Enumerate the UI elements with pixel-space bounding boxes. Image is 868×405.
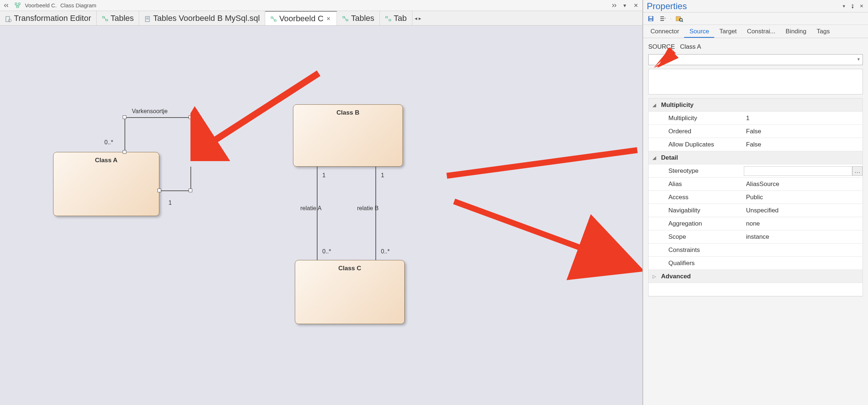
class-a[interactable]: Class A	[53, 152, 159, 216]
close-icon[interactable]: ✕	[632, 2, 639, 9]
ptab-constraints[interactable]: Constrai...	[742, 25, 780, 38]
ptab-source[interactable]: Source	[684, 25, 714, 38]
dropdown-icon[interactable]: ▾	[857, 56, 860, 62]
ptab-connector[interactable]: Connector	[645, 25, 684, 38]
selection-handle[interactable]	[157, 189, 161, 192]
assoc-bc-b-bot-mult[interactable]: 0..*	[381, 248, 390, 255]
diagram-icon[interactable]	[14, 2, 21, 9]
assoc-bc-b-name[interactable]: relatie B	[357, 205, 379, 212]
svg-rect-13	[346, 19, 348, 21]
browse-element-icon[interactable]	[675, 15, 683, 23]
selection-handle[interactable]	[123, 115, 126, 119]
doc-title: Voorbeeld C.	[25, 2, 57, 8]
prop-allow-duplicates[interactable]: Allow Duplicates False	[649, 138, 863, 151]
prop-aggregation[interactable]: Aggregation none	[649, 217, 863, 230]
properties-tabs: Connector Source Target Constrai... Bind…	[643, 25, 868, 38]
prop-access[interactable]: Access Public	[649, 191, 863, 204]
annotation-arrow	[190, 66, 326, 161]
editor-pane: Voorbeeld C. Class Diagram ▾ ✕ Transform…	[0, 0, 643, 405]
collapse-icon[interactable]: ◢	[649, 103, 660, 108]
assoc-bc-b-top-mult[interactable]: 1	[381, 172, 384, 179]
selection-handle[interactable]	[123, 150, 126, 154]
erd-icon	[270, 15, 277, 22]
assoc-self-line[interactable]	[125, 117, 191, 118]
erd-icon	[342, 15, 349, 22]
group-detail[interactable]: ◢ Detail	[649, 151, 863, 164]
annotation-arrow-head	[654, 48, 679, 70]
assoc-bc-a-name[interactable]: relatie A	[300, 205, 322, 212]
group-advanced[interactable]: ▷ Advanced	[649, 270, 863, 283]
window-menu-icon[interactable]: ▾	[621, 2, 628, 9]
tab-scroll-left-icon[interactable]: ◂	[415, 15, 417, 21]
svg-rect-2	[16, 6, 19, 8]
ptab-tags[interactable]: Tags	[812, 25, 835, 38]
tab-tables-1[interactable]: Tables	[97, 11, 140, 25]
tab-scroll-right-icon[interactable]: ▸	[419, 15, 421, 21]
svg-point-4	[8, 19, 11, 22]
diagram-canvas[interactable]: Class A Class B Class C Varkensoortje 0.…	[0, 26, 642, 405]
assoc-self-name[interactable]: Varkensoortje	[132, 108, 168, 115]
collapse-icon[interactable]: ◢	[649, 155, 660, 160]
tab-nav: ◂ ▸	[412, 11, 423, 25]
assoc-bc-a-bot-mult[interactable]: 0..*	[322, 248, 331, 255]
collapse-right-icon[interactable]	[610, 2, 617, 9]
doc-type: Class Diagram	[60, 2, 96, 8]
tab-overflow[interactable]: Tab	[380, 11, 412, 25]
svg-line-17	[447, 150, 637, 176]
save-icon[interactable]	[647, 15, 655, 23]
assoc-self-line[interactable]	[190, 167, 191, 191]
svg-rect-6	[106, 19, 108, 21]
class-a-name: Class A	[95, 157, 118, 164]
svg-rect-10	[271, 17, 273, 18]
prop-constraints[interactable]: Constraints	[649, 244, 863, 257]
selection-handle[interactable]	[189, 189, 192, 192]
tabs-strip: Transformation Editor Tables Tables Voor…	[0, 11, 642, 26]
tab-label: Voorbeeld C	[279, 14, 323, 23]
svg-rect-12	[343, 16, 345, 18]
dropdown-icon[interactable]: ▾	[841, 3, 847, 9]
prop-stereotype[interactable]: Stereotype …	[649, 164, 863, 178]
expand-icon[interactable]: ▷	[649, 274, 660, 279]
tab-label: Tables Voorbeeld B MySql.sql	[153, 14, 260, 23]
svg-rect-5	[103, 16, 104, 18]
tab-transformation-editor[interactable]: Transformation Editor	[0, 11, 97, 25]
prop-ordered[interactable]: Ordered False	[649, 125, 863, 138]
class-c[interactable]: Class C	[295, 260, 405, 324]
source-row: SOURCE Class A	[648, 43, 863, 51]
assoc-self-mult-top[interactable]: 0..*	[104, 139, 113, 146]
svg-line-18	[454, 201, 634, 267]
source-notes-textarea[interactable]	[648, 69, 863, 94]
assoc-bc-b-line[interactable]	[375, 167, 376, 260]
ellipsis-button[interactable]: …	[852, 166, 863, 176]
ptab-target[interactable]: Target	[714, 25, 742, 38]
properties-header: Properties ▾ ✕	[643, 0, 868, 12]
prop-qualifiers[interactable]: Qualifiers	[649, 257, 863, 270]
expand-left-icon[interactable]	[3, 2, 10, 9]
prop-alias[interactable]: Alias AliasSource	[649, 178, 863, 191]
prop-multiplicity[interactable]: Multiplicity 1	[649, 112, 863, 125]
prop-scope[interactable]: Scope instance	[649, 230, 863, 244]
assoc-self-mult-bottom[interactable]: 1	[168, 200, 172, 206]
assoc-self-line[interactable]	[159, 190, 191, 191]
assoc-bc-a-top-mult[interactable]: 1	[322, 172, 326, 179]
pin-icon[interactable]	[850, 3, 856, 9]
tab-label: Tables	[111, 14, 134, 23]
svg-line-27	[682, 21, 683, 22]
list-menu-icon[interactable]	[659, 15, 667, 23]
tab-voorbeeld-c[interactable]: Voorbeeld C ✕	[265, 11, 337, 25]
ptab-binding[interactable]: Binding	[780, 25, 812, 38]
svg-rect-0	[15, 3, 17, 4]
source-name-input[interactable]	[648, 54, 863, 65]
assoc-self-line[interactable]	[125, 117, 125, 152]
property-grid: ◢ Multiplicity Multiplicity 1 Ordered Fa…	[648, 98, 863, 297]
svg-rect-1	[18, 3, 20, 4]
tab-tables-sql[interactable]: Tables Voorbeeld B MySql.sql	[139, 11, 265, 25]
properties-title: Properties	[647, 1, 687, 11]
tab-tables-2[interactable]: Tables	[337, 11, 380, 25]
close-tab-icon[interactable]: ✕	[326, 16, 331, 22]
group-multiplicity[interactable]: ◢ Multiplicity	[649, 99, 863, 112]
assoc-bc-a-line[interactable]	[317, 167, 318, 260]
svg-rect-3	[6, 16, 10, 22]
prop-navigability[interactable]: Navigability Unspecified	[649, 204, 863, 217]
close-panel-icon[interactable]: ✕	[858, 3, 864, 9]
